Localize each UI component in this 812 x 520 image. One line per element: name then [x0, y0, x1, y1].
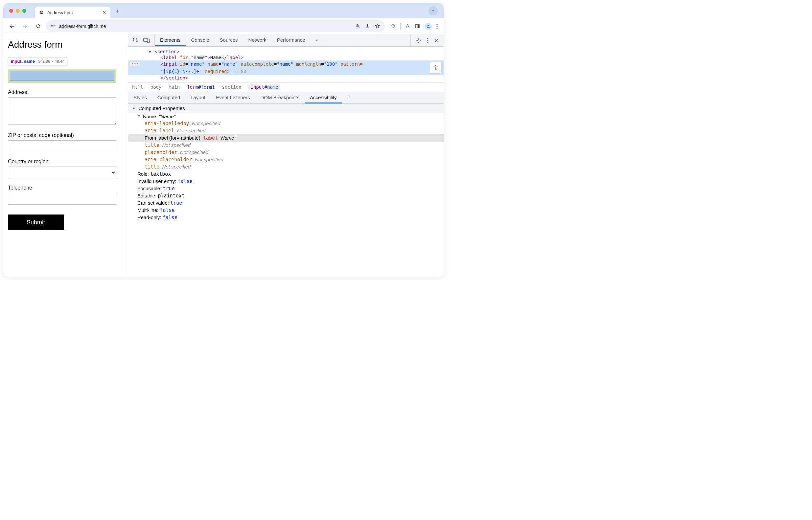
minimize-window-button[interactable]	[16, 9, 20, 13]
subtab-styles[interactable]: Styles	[128, 92, 152, 103]
subtab-dom-breakpoints[interactable]: DOM Breakpoints	[255, 92, 305, 103]
svg-point-21	[435, 65, 436, 67]
svg-point-18	[427, 38, 428, 39]
svg-rect-16	[147, 39, 150, 43]
device-toolbar-icon[interactable]	[143, 38, 150, 43]
subtab-overflow-icon[interactable]: »	[342, 92, 355, 103]
subtab-layout[interactable]: Layout	[185, 92, 211, 103]
svg-point-0	[51, 25, 52, 26]
forward-button[interactable]	[20, 21, 30, 31]
site-info-icon[interactable]	[51, 24, 56, 29]
share-icon[interactable]	[365, 24, 370, 29]
element-inspect-tooltip: input#name 342.88 × 48.44	[8, 57, 67, 66]
prop-cansetvalue: Can set value: true	[128, 200, 443, 207]
maximize-window-button[interactable]	[22, 9, 26, 13]
dom-section-open: <section>	[154, 49, 179, 54]
prop-placeholder: placeholder: Not specified	[128, 149, 443, 156]
prop-from-label: From label (for= attribute): label "Name…	[128, 134, 443, 141]
bookmark-star-icon[interactable]	[375, 23, 380, 29]
back-button[interactable]	[6, 21, 17, 31]
prop-title-2: title: Not specified	[128, 163, 443, 171]
subtab-computed[interactable]: Computed	[152, 92, 185, 103]
crumb-input[interactable]: input#name	[249, 84, 280, 90]
svg-point-13	[436, 28, 437, 29]
country-select[interactable]	[8, 166, 116, 178]
inspected-element-highlight	[8, 69, 116, 83]
address-bar[interactable]: address-form.glitch.me	[46, 20, 385, 32]
subtab-accessibility[interactable]: Accessibility	[305, 92, 342, 103]
prop-aria-placeholder: aria-placeholder: Not specified	[128, 156, 443, 163]
crumb-body[interactable]: body	[151, 84, 162, 90]
svg-point-19	[427, 40, 428, 41]
prop-title: title: Not specified	[128, 141, 443, 149]
close-devtools-icon[interactable]	[434, 38, 439, 43]
tab-network[interactable]: Network	[243, 34, 272, 46]
settings-gear-icon[interactable]	[415, 37, 421, 43]
prop-aria-labelledby: aria-labelledby: Not specified	[128, 120, 443, 127]
tab-sources[interactable]: Sources	[214, 34, 243, 46]
tooltip-id: #name	[21, 59, 35, 64]
svg-rect-3	[54, 27, 55, 27]
dom-section-close: </section>	[154, 75, 188, 80]
devtools-tabs: Elements Console Sources Network Perform…	[128, 34, 443, 47]
extensions-icon[interactable]	[390, 23, 396, 29]
dom-input-line[interactable]: ••• <input id="name" name="name" autocom…	[128, 60, 443, 68]
prop-aria-label: aria-label: Not specified	[128, 127, 443, 134]
dom-input-line-cont[interactable]: "[\p{L} \-\.]+" required> == $0	[128, 68, 443, 75]
close-tab-icon[interactable]: ✕	[102, 9, 106, 16]
prop-invalid: Invalid user entry: false	[128, 178, 443, 185]
dom-breadcrumb[interactable]: html body main form#form1 section input#…	[128, 82, 443, 92]
panel-icon[interactable]	[415, 24, 420, 29]
dom-tree[interactable]: ▼<section> <label for="name">Name</label…	[128, 47, 443, 82]
submit-button[interactable]: Submit	[8, 214, 64, 230]
accessibility-pane: ▼ Name: "Name" aria-labelledby: Not spec…	[128, 113, 443, 277]
url-text: address-form.glitch.me	[59, 24, 106, 29]
devtools-menu-icon[interactable]	[427, 38, 429, 43]
flask-icon[interactable]	[405, 23, 410, 29]
crumb-form[interactable]: form#form1	[187, 84, 214, 90]
tab-console[interactable]: Console	[186, 34, 214, 46]
svg-rect-1	[51, 26, 53, 27]
tab-overflow-button[interactable]	[429, 6, 438, 16]
name-input[interactable]	[10, 71, 115, 81]
browser-toolbar: address-form.glitch.me	[3, 18, 443, 34]
tab-performance[interactable]: Performance	[272, 34, 310, 46]
dom-label-line[interactable]: <label for="name">Name</label>	[128, 54, 443, 60]
subtab-event-listeners[interactable]: Event Listeners	[211, 92, 255, 103]
svg-point-10	[428, 25, 429, 26]
zip-input[interactable]	[8, 140, 116, 152]
reload-button[interactable]	[33, 21, 43, 31]
new-tab-button[interactable]: ＋	[113, 6, 122, 16]
svg-rect-9	[418, 24, 419, 28]
address-label: Address	[8, 89, 123, 95]
tabs-overflow-icon[interactable]: »	[310, 34, 324, 46]
address-textarea[interactable]	[8, 97, 116, 125]
accessibility-badge-icon[interactable]	[430, 62, 442, 74]
crumb-section[interactable]: section	[222, 84, 241, 90]
kebab-menu-icon[interactable]	[436, 24, 438, 29]
prop-multiline: Multi-line: false	[128, 207, 443, 214]
browser-tab[interactable]: Address form ✕	[35, 6, 110, 18]
tab-elements[interactable]: Elements	[155, 34, 186, 46]
inspect-element-icon[interactable]	[133, 37, 139, 43]
tooltip-tag: input	[11, 59, 21, 64]
gutter-actions-icon[interactable]: •••	[130, 62, 140, 67]
computed-properties-header[interactable]: ▼ Computed Properties	[128, 104, 443, 113]
telephone-label: Telephone	[8, 185, 123, 191]
svg-point-17	[418, 40, 419, 41]
crumb-main[interactable]: main	[169, 84, 180, 90]
svg-point-12	[436, 26, 437, 27]
telephone-input[interactable]	[8, 193, 116, 205]
close-window-button[interactable]	[9, 9, 13, 13]
devtools-sub-tabs: Styles Computed Layout Event Listeners D…	[128, 92, 443, 104]
favicon-icon	[39, 10, 44, 15]
toolbar-right	[387, 23, 440, 30]
prop-role: Role: textbox	[128, 171, 443, 178]
crumb-html[interactable]: html	[132, 84, 143, 90]
divider	[400, 23, 401, 30]
profile-avatar[interactable]	[425, 23, 432, 30]
twisty-down-icon[interactable]: ▼	[132, 106, 136, 110]
svg-rect-2	[54, 25, 55, 26]
zoom-icon[interactable]	[355, 24, 360, 29]
page-title: Address form	[8, 40, 123, 50]
